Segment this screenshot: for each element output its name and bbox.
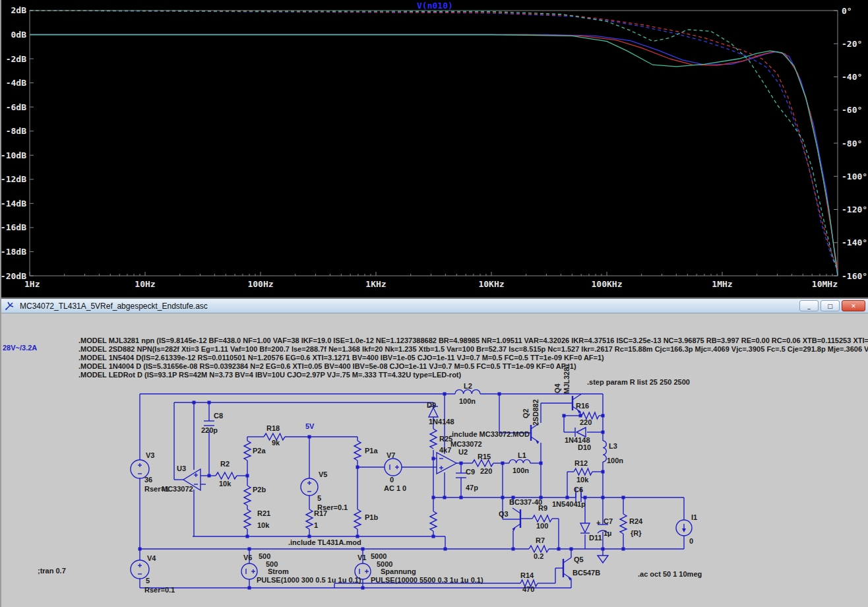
component-label: R24 <box>629 517 643 525</box>
wire <box>573 395 580 400</box>
component-label: 10k <box>219 480 232 488</box>
spice-directive: .MODEL MJL3281 npn (IS=9.8145e-12 BF=438… <box>78 336 868 344</box>
component-label: 10k <box>576 476 589 484</box>
left-axis-tick-label: -20dB <box>1 271 26 281</box>
component-label: Strom <box>268 567 289 575</box>
spice-directive: .MODEL LEDRot D (IS=93.1P RS=42M N=3.73 … <box>78 371 462 379</box>
component-label: C8 <box>214 412 223 420</box>
minimize-button[interactable]: _ <box>799 300 819 311</box>
left-axis-tick-label: -2dB <box>6 54 26 64</box>
right-axis-tick-label: -100° <box>842 172 867 181</box>
schematic-drawing: .MODEL MJL3281 npn (IS=9.8145e-12 BF=438… <box>1 313 868 607</box>
spice-directive: ;tran 0.7 <box>38 567 66 575</box>
component-label: Q2 <box>522 408 530 418</box>
component-label: 0 <box>689 537 693 545</box>
component-label: AC 1 0 <box>384 484 406 492</box>
schematic-title-bar[interactable]: MC34072_TL431A_5VRef_abgespeckt_Endstufe… <box>1 299 868 313</box>
left-axis-tick-label: -18dB <box>1 247 26 257</box>
close-button[interactable]: ✕ <box>842 300 865 311</box>
component-label: 1N4148 <box>429 418 454 426</box>
component-label: P1b <box>365 513 378 521</box>
component-label: Spannung <box>381 567 416 575</box>
component-label: 0.2 <box>534 552 543 560</box>
wire <box>512 524 520 529</box>
component-label: MC33072 <box>162 485 193 493</box>
left-axis-tick-label: -6dB <box>6 102 26 112</box>
component-label: P2a <box>253 447 266 455</box>
trace-magnitude-red <box>30 35 838 270</box>
spice-directive: .include MC33072.MOD <box>450 430 530 438</box>
component-label: {R} <box>631 529 642 537</box>
right-axis-tick-label: -60° <box>842 105 862 115</box>
component-label: 5000 <box>371 552 387 560</box>
component-label: 9k <box>272 439 280 447</box>
component-label: Q3 <box>499 510 509 518</box>
component-label: 4k7 <box>439 446 451 454</box>
component-label: 5 <box>146 577 150 585</box>
left-axis-tick-label: -14dB <box>1 199 26 208</box>
window-title: MC34072_TL431A_5VRef_abgespeckt_Endstufe… <box>20 302 208 311</box>
component-label: 1µ <box>604 529 611 537</box>
trace-label[interactable]: V(n010) <box>417 1 453 11</box>
component-label: MJL3281 <box>563 364 571 394</box>
spice-directive: .MODEL 1N4004 D (IS=5.31656e-08 RS=0.039… <box>78 362 576 370</box>
bode-plot: 2dB0dB-2dB-4dB-6dB-8dB-10dB-12dB-14dB-16… <box>1 0 868 297</box>
component-label: + <box>596 519 600 527</box>
component-label: C7 <box>604 517 613 525</box>
component-label: D9 <box>427 401 436 409</box>
spice-directive: .include TL431A.mod <box>288 538 361 546</box>
component-label: P2b <box>253 486 266 494</box>
left-axis-tick-label: 0dB <box>11 30 27 40</box>
right-axis-tick-label: -160° <box>842 271 867 281</box>
restore-button[interactable]: □ <box>821 300 840 311</box>
wire <box>512 508 520 513</box>
component-label: 100n <box>607 457 623 464</box>
component-label: BC547B <box>573 569 600 577</box>
component-label: 100n <box>512 466 529 474</box>
spice-directive: .ac oct 50 1 10meg <box>638 570 702 578</box>
component-label: R7 <box>536 536 545 544</box>
component-label: 2SD882 <box>532 399 540 426</box>
right-axis-tick-label: -80° <box>842 139 862 148</box>
schematic-canvas[interactable]: .MODEL MJL3281 npn (IS=9.8145e-12 BF=438… <box>1 313 868 607</box>
left-axis-tick-label: 2dB <box>11 5 27 15</box>
component-label: Q5 <box>574 556 584 563</box>
component-label: V1 <box>357 554 366 561</box>
spice-directive: .step param R list 25 250 2500 <box>587 378 690 386</box>
component-label: R21 <box>257 509 270 517</box>
component-label: U2 <box>458 448 468 456</box>
spice-directive: .MODEL 2SD882 NPN(Is=282f Xti=3 Eg=1.11 … <box>78 345 868 353</box>
component-label: V5 <box>319 470 327 478</box>
left-axis-tick-label: -8dB <box>6 126 26 136</box>
component-label: R12 <box>574 459 588 467</box>
waveform-pane[interactable]: 2dB0dB-2dB-4dB-6dB-8dB-10dB-12dB-14dB-16… <box>1 0 868 297</box>
component-label: D10 <box>578 443 591 451</box>
component-label: C6 <box>574 486 583 494</box>
component-label: 5 <box>317 494 321 502</box>
component-label: BC337-40 <box>509 498 542 506</box>
ltspice-app-icon <box>4 301 16 311</box>
left-axis-tick-label: -16dB <box>1 222 26 232</box>
x-axis-tick-label: 100KHz <box>592 279 623 289</box>
net-label: 5V <box>305 422 315 430</box>
x-axis-tick-label: 1Hz <box>24 279 40 289</box>
component-label: Rser=0.1 <box>144 586 175 594</box>
trace-phase-green <box>30 11 838 271</box>
component-label: P1a <box>365 447 378 455</box>
trace-magnitude-green <box>30 35 838 276</box>
ltspice-window: 2dB0dB-2dB-4dB-6dB-8dB-10dB-12dB-14dB-16… <box>0 0 868 607</box>
wire <box>531 437 539 442</box>
wire <box>563 573 571 579</box>
component-label: I1 <box>691 513 697 521</box>
component-label: L2 <box>464 382 472 390</box>
component-label: 500 <box>259 552 270 560</box>
component-label: 470 <box>522 585 534 593</box>
component-label: L1 <box>518 451 526 459</box>
component-label: V6 <box>243 554 252 561</box>
component-label: 1p <box>577 500 586 508</box>
component-label: 36 <box>144 476 152 484</box>
component-label: V4 <box>147 554 156 562</box>
component-label: V3 <box>146 451 154 459</box>
component-label: 220p <box>201 426 218 434</box>
component-label: 10k <box>257 521 270 529</box>
